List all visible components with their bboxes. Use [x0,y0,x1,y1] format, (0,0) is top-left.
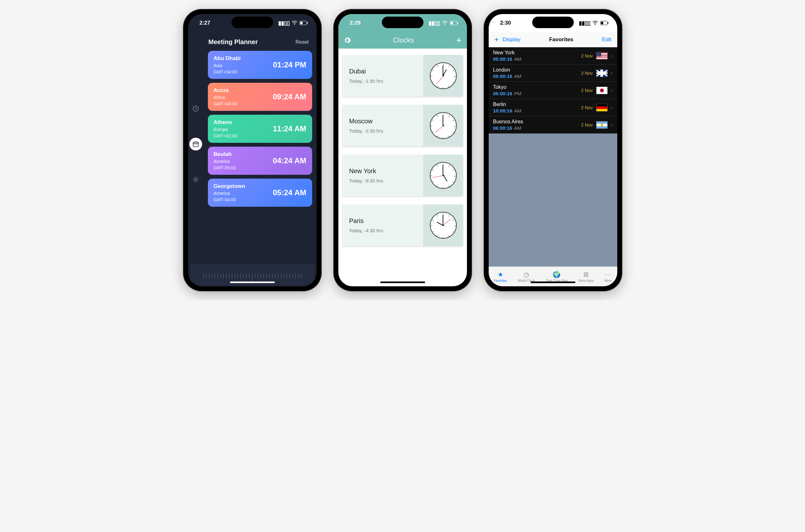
svg-point-10 [444,24,445,25]
city-label: New York [493,50,522,56]
offset-label: Today, -1:30 hrs [349,78,383,84]
city-label: Beulah [214,151,236,157]
svg-point-6 [194,145,195,145]
timezone-card[interactable]: Accra Africa GMT+00:00 09:24 AM [208,83,312,111]
city-label: Georgetown [214,183,245,189]
tab-label: Favorites [494,279,507,282]
header: Meeting Planner Reset [188,32,317,51]
status-icons: ▮▮▯▯ [278,20,308,26]
favorite-row[interactable]: Berlin 10:00:16AM 2 Nov › [489,99,617,116]
timezone-cards: Abu Dhabi Asia GMT+04:00 01:24 PM Accra … [203,51,317,264]
favorite-row[interactable]: Tokyo 06:00:16PM 2 Nov › [489,82,617,99]
clock-card[interactable]: Moscow Today, -2:30 hrs [342,105,463,146]
header: + Display Favorites Edit [489,32,617,47]
flag-icon [596,121,608,129]
timezone-card[interactable]: Georgetown America GMT-04:00 05:24 AM [208,178,312,207]
svg-rect-2 [307,22,308,24]
city-label: Tokyo [493,84,522,90]
svg-rect-17 [601,22,603,24]
battery-icon [299,21,308,25]
gmt-label: GMT-05:00 [214,165,236,170]
offset-label: Today, -2:30 hrs [349,128,383,134]
phone-favorites: 2:30 ▮▮▯▯ + Display Favorites Edit New Y… [484,10,622,291]
analog-clock [430,162,457,189]
tab-label: More [604,279,612,282]
svg-point-7 [196,145,196,145]
clock-card[interactable]: Dubai Today, -1:30 hrs [342,55,463,96]
flag-icon [596,87,608,94]
analog-clock [430,112,457,139]
edit-button[interactable]: Edit [602,36,611,43]
region-label: Europe [214,127,237,132]
phone-meeting-planner: 2:27 ▮▮▯▯ Meeting Planner Reset [184,10,321,291]
city-label: Paris [349,217,383,225]
time-label: 06:00:16AM [493,125,523,131]
tab-icon: 🌍 [553,271,561,278]
chevron-right-icon: › [611,52,613,59]
timezone-card[interactable]: Beulah America GMT-05:00 04:24 AM [208,147,312,175]
city-label: Moscow [349,118,383,125]
notch [382,17,423,28]
svg-rect-16 [608,22,608,24]
home-indicator[interactable] [531,282,575,283]
status-icons: ▮▮▯▯ [579,20,609,26]
tab-more-apps[interactable]: ⊞ More Apps [579,271,594,282]
add-icon[interactable]: + [456,35,462,46]
calendar-icon[interactable] [189,138,202,151]
region-label: America [214,159,236,164]
clock-card[interactable]: New York Today, -9:30 hrs [342,155,463,196]
time-label: 04:24 AM [273,156,306,165]
chevron-right-icon: › [611,104,613,111]
city-label: Dubai [349,68,383,75]
tab-more[interactable]: ⋯ More [604,271,612,282]
page-title: Clocks [393,36,414,44]
gear-icon[interactable] [192,176,199,183]
svg-point-9 [195,178,197,180]
battery-icon [450,21,459,25]
phone-clocks: 2:29 ▮▮▯▯ Clocks + Dubai Today, -1:30 hr… [334,10,471,291]
svg-point-8 [196,145,197,145]
chevron-right-icon: › [611,87,613,94]
signal-icon: ▮▮▯▯ [278,20,290,26]
screen: 2:30 ▮▮▯▯ + Display Favorites Edit New Y… [489,14,617,286]
home-indicator[interactable] [380,282,425,283]
clock-card[interactable]: Paris Today, -4:30 hrs [342,205,463,246]
date-label: 2 Nov [581,53,593,58]
reset-button[interactable]: Reset [295,39,309,45]
signal-icon: ▮▮▯▯ [428,20,440,26]
tab-favorites[interactable]: ★ Favorites [494,271,507,282]
analog-clock [430,62,457,89]
date-label: 2 Nov [581,71,593,76]
time-label: 11:24 AM [273,124,306,133]
status-time: 2:27 [200,20,211,26]
screen: 2:29 ▮▮▯▯ Clocks + Dubai Today, -1:30 hr… [339,14,467,286]
notch [532,17,574,28]
empty-bg [489,134,617,266]
region-label: America [214,191,245,196]
offset-label: Today, -9:30 hrs [349,178,383,184]
home-indicator[interactable] [230,282,275,283]
tab-icon: ★ [498,271,504,278]
favorite-row[interactable]: New York 05:00:16AM 2 Nov › [489,47,617,64]
sidebar [188,51,203,264]
favorite-row[interactable]: Buenos Aires 06:00:16AM 2 Nov › [489,116,617,134]
tab-bar: ★ Favorites◷ World Clock🌍 Time Zone Map⊞… [489,266,617,286]
page-title: Meeting Planner [208,38,258,46]
timezone-card[interactable]: Abu Dhabi Asia GMT+04:00 01:24 PM [208,51,312,79]
add-icon[interactable]: + [494,35,499,44]
gmt-label: GMT+00:00 [214,101,237,107]
favorite-row[interactable]: London 09:00:16AM 2 Nov › [489,64,617,82]
tab-world-clock[interactable]: ◷ World Clock [518,271,535,282]
time-label: 09:00:16AM [493,74,522,79]
city-label: New York [349,167,383,175]
chevron-right-icon: › [611,70,613,76]
clock-icon[interactable] [192,105,199,112]
display-button[interactable]: Display [503,36,521,43]
time-label: 01:24 PM [273,60,306,69]
time-label: 09:24 AM [273,92,306,101]
tab-time-zone-map[interactable]: 🌍 Time Zone Map [546,271,568,282]
wifi-icon [442,21,448,25]
timezone-card[interactable]: Athens Europe GMT+02:00 11:24 AM [208,115,312,143]
gear-icon[interactable] [344,36,351,44]
region-label: Africa [214,95,237,100]
